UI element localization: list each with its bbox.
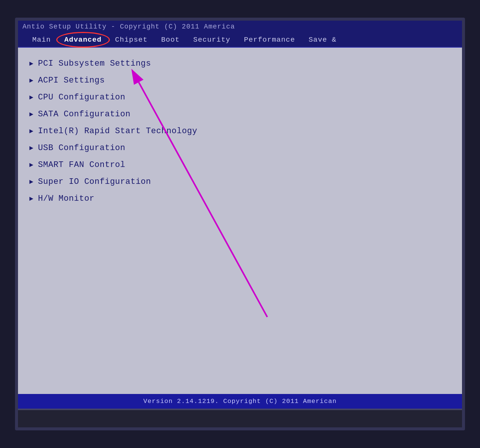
title-bar: Antio Setup Utility - Copyright (C) 2011… xyxy=(18,21,462,33)
nav-item-save[interactable]: Save & xyxy=(302,34,343,45)
footer-text: Version 2.14.1219. Copyright (C) 2011 Am… xyxy=(143,398,336,405)
menu-label-intel-rst: Intel(R) Rapid Start Technology xyxy=(38,126,197,136)
arrow-icon-super-io: ► xyxy=(29,178,33,186)
menu-label-hw-monitor: H/W Monitor xyxy=(38,194,94,203)
nav-item-performance[interactable]: Performance xyxy=(237,34,302,45)
footer-bar: Version 2.14.1219. Copyright (C) 2011 Am… xyxy=(18,394,462,409)
bios-screen: Antio Setup Utility - Copyright (C) 2011… xyxy=(15,18,465,430)
bottom-bezel xyxy=(18,409,462,427)
nav-bar: Main Advanced Chipset Boot Security Perf… xyxy=(18,33,462,48)
arrow-icon-intel-rst: ► xyxy=(29,128,33,135)
menu-label-super-io: Super IO Configuration xyxy=(38,177,151,186)
arrow-icon-pci: ► xyxy=(29,60,33,68)
arrow-icon-cpu: ► xyxy=(29,94,33,101)
menu-label-cpu: CPU Configuration xyxy=(38,93,125,102)
nav-item-main[interactable]: Main xyxy=(26,34,58,45)
nav-item-advanced[interactable]: Advanced xyxy=(58,34,108,45)
menu-item-hw-monitor[interactable]: ► H/W Monitor xyxy=(29,190,451,207)
nav-item-boot[interactable]: Boot xyxy=(154,34,187,45)
menu-label-usb: USB Configuration xyxy=(38,143,125,153)
menu-item-sata[interactable]: ► SATA Configuration xyxy=(29,106,451,123)
menu-item-acpi[interactable]: ► ACPI Settings xyxy=(29,72,451,89)
nav-item-security[interactable]: Security xyxy=(186,34,237,45)
arrow-icon-acpi: ► xyxy=(29,77,33,84)
main-content: ► PCI Subsystem Settings ► ACPI Settings… xyxy=(18,48,462,394)
menu-item-intel-rst[interactable]: ► Intel(R) Rapid Start Technology xyxy=(29,123,451,140)
menu-item-pci[interactable]: ► PCI Subsystem Settings xyxy=(29,55,451,72)
arrow-icon-usb: ► xyxy=(29,144,33,152)
menu-item-super-io[interactable]: ► Super IO Configuration xyxy=(29,173,451,190)
arrow-icon-sata: ► xyxy=(29,111,33,118)
menu-item-cpu[interactable]: ► CPU Configuration xyxy=(29,89,451,106)
menu-label-sata: SATA Configuration xyxy=(38,110,130,119)
arrow-icon-smart-fan: ► xyxy=(29,161,33,169)
menu-label-smart-fan: SMART FAN Control xyxy=(38,160,125,170)
menu-label-acpi: ACPI Settings xyxy=(38,76,105,85)
title-text: Antio Setup Utility - Copyright (C) 2011… xyxy=(22,23,235,30)
menu-item-smart-fan[interactable]: ► SMART FAN Control xyxy=(29,156,451,173)
arrow-icon-hw-monitor: ► xyxy=(29,195,33,203)
menu-item-usb[interactable]: ► USB Configuration xyxy=(29,140,451,156)
menu-label-pci: PCI Subsystem Settings xyxy=(38,59,151,68)
nav-item-chipset[interactable]: Chipset xyxy=(108,34,154,45)
